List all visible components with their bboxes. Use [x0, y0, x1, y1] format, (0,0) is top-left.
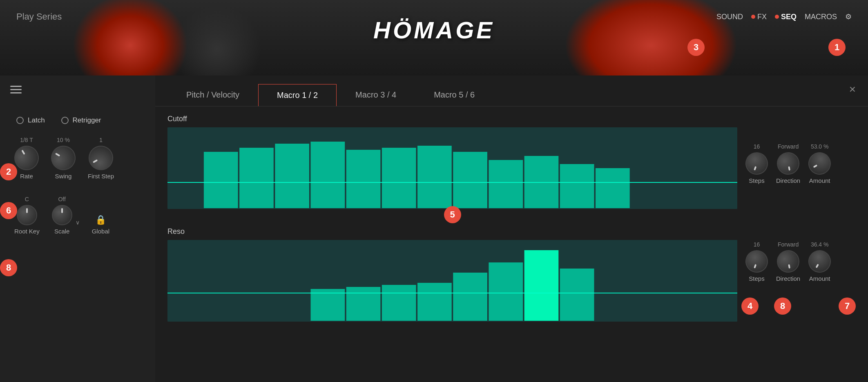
reso-steps: 16 Steps — [745, 241, 768, 282]
svg-rect-14 — [167, 240, 737, 322]
badge-7: 7 — [839, 298, 856, 315]
svg-rect-3 — [275, 144, 309, 208]
tab-macro-1-2[interactable]: Macro 1 / 2 — [258, 84, 337, 106]
swing-knob-group: 10 % Swing — [51, 137, 76, 180]
main-content: 2 6 Latch Retrigger 8 1/8 T — [0, 76, 868, 382]
svg-rect-16 — [346, 287, 381, 321]
latch-toggle[interactable]: Latch — [16, 116, 45, 124]
cutoff-steps-knob[interactable] — [742, 149, 771, 178]
nav-fx[interactable]: FX — [751, 13, 767, 21]
reso-amount-knob[interactable] — [804, 246, 835, 277]
reso-direction-knob[interactable] — [775, 249, 801, 275]
seq-area: Cutoff — [155, 107, 868, 382]
rate-knob-group: 1/8 T Rate — [14, 137, 39, 180]
header-image: Play Series HÖMAGE SOUND FX SEQ MACROS ⚙… — [0, 0, 868, 76]
cutoff-direction-knob[interactable] — [775, 151, 801, 177]
lock-icon[interactable]: 🔒 — [95, 215, 106, 225]
svg-rect-17 — [382, 285, 416, 321]
nav-sound[interactable]: SOUND — [716, 13, 743, 21]
tab-macro-3-4[interactable]: Macro 3 / 4 — [337, 84, 415, 106]
global-knob-group: 🔒 Global — [92, 215, 109, 235]
badge-6: 6 — [0, 202, 17, 219]
cutoff-track: Cutoff — [167, 115, 737, 209]
knobs-row-1: 8 1/8 T Rate 10 % Swing 1 First Step — [14, 137, 147, 180]
svg-rect-22 — [560, 269, 594, 321]
firststep-knob[interactable] — [84, 141, 118, 175]
tab-pitch-velocity[interactable]: Pitch / Velocity — [167, 84, 258, 106]
play-series-label: Play Series — [16, 8, 62, 22]
latch-circle[interactable] — [16, 117, 24, 124]
cutoff-label: Cutoff — [167, 115, 737, 123]
nav-macros[interactable]: MACROS — [805, 13, 837, 21]
badge-5: 5 — [444, 206, 461, 223]
reso-track: Reso — [167, 227, 737, 322]
knobs-row-2: C Root Key Off Scale ∨ 🔒 Global — [14, 196, 147, 235]
reso-amount: 36.4 % Amount — [808, 241, 831, 282]
reso-controls: 4 8 7 16 Steps Forward Direction — [745, 217, 860, 306]
settings-icon[interactable]: ⚙ — [845, 12, 852, 21]
svg-rect-19 — [453, 273, 487, 321]
badge-1: 1 — [828, 39, 846, 56]
svg-rect-15 — [310, 289, 345, 321]
nav-buttons: SOUND FX SEQ MACROS ⚙ — [716, 12, 852, 21]
cutoff-direction: Forward Direction — [776, 143, 800, 184]
svg-rect-7 — [417, 146, 452, 208]
app-title: HÖMAGE — [373, 16, 495, 44]
badge-3: 3 — [687, 39, 705, 56]
retrigger-toggle[interactable]: Retrigger — [61, 116, 101, 124]
scale-dropdown-arrow[interactable]: ∨ — [76, 219, 80, 226]
badge-8-right: 8 — [774, 298, 791, 315]
badge-8-left: 8 — [0, 259, 17, 276]
svg-rect-2 — [239, 148, 274, 208]
svg-rect-21 — [524, 250, 559, 321]
svg-rect-6 — [382, 148, 416, 208]
seq-tracks: Cutoff — [167, 115, 737, 374]
svg-rect-11 — [560, 164, 594, 208]
nav-seq[interactable]: SEQ — [775, 13, 797, 21]
toggle-row: Latch Retrigger — [16, 116, 147, 124]
tabs-row: Pitch / Velocity Macro 1 / 2 Macro 3 / 4… — [155, 76, 868, 107]
badge-2: 2 — [0, 163, 17, 180]
sidebar: 2 6 Latch Retrigger 8 1/8 T — [0, 76, 155, 382]
svg-rect-20 — [489, 262, 523, 321]
right-panel: Pitch / Velocity Macro 1 / 2 Macro 3 / 4… — [155, 76, 868, 382]
cutoff-grid[interactable] — [167, 127, 737, 209]
cutoff-amount: 53.0 % Amount — [808, 143, 831, 184]
svg-rect-1 — [204, 152, 238, 208]
svg-rect-18 — [417, 283, 452, 321]
reso-label: Reso — [167, 227, 737, 236]
reso-steps-knob[interactable] — [742, 247, 771, 275]
retrigger-circle[interactable] — [61, 117, 69, 124]
reso-direction: Forward Direction — [776, 241, 800, 282]
scale-knob-group: Off Scale ∨ — [52, 196, 80, 235]
hamburger-menu[interactable] — [10, 86, 22, 93]
scale-knob[interactable] — [52, 205, 72, 225]
cutoff-amount-knob[interactable] — [804, 148, 835, 179]
rootkey-knob[interactable] — [17, 205, 37, 225]
svg-rect-4 — [310, 142, 345, 208]
controls-panel: 16 Steps Forward Direction 53.0 % Amount — [737, 115, 868, 374]
svg-rect-12 — [596, 168, 630, 208]
close-button[interactable]: × — [849, 83, 856, 96]
cutoff-steps: 16 Steps — [745, 143, 768, 184]
swing-knob[interactable] — [47, 141, 80, 175]
reso-grid[interactable] — [167, 240, 737, 322]
cutoff-controls: 16 Steps Forward Direction 53.0 % Amount — [745, 119, 860, 209]
svg-rect-5 — [346, 150, 381, 208]
svg-rect-8 — [453, 152, 487, 208]
tab-macro-5-6[interactable]: Macro 5 / 6 — [415, 84, 493, 106]
badge-4: 4 — [741, 298, 759, 315]
svg-rect-9 — [489, 160, 523, 208]
firststep-knob-group: 1 First Step — [88, 137, 114, 180]
rootkey-knob-group: C Root Key — [14, 196, 40, 235]
